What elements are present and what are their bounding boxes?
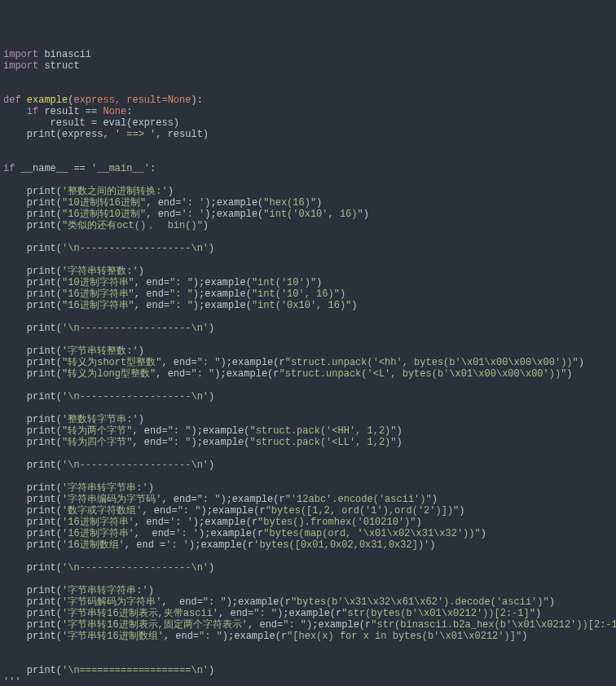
code-block: import binascii import struct def exampl… (3, 49, 613, 686)
